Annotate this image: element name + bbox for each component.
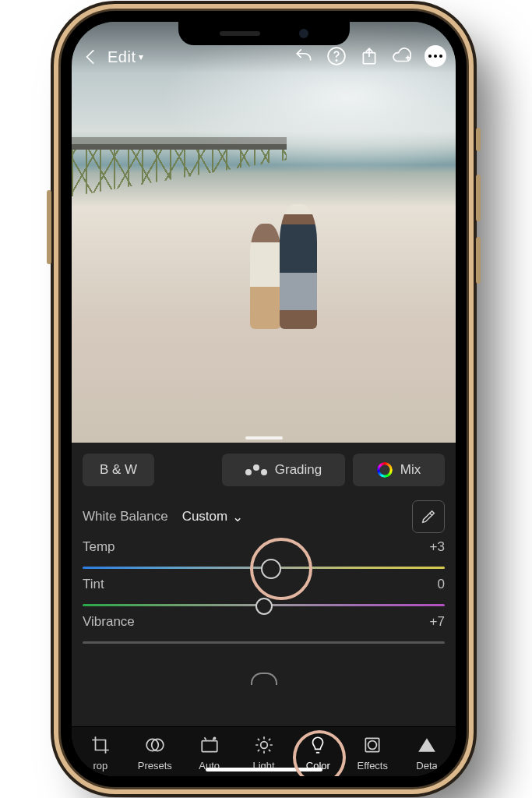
slider-tint[interactable]: Tint 0: [72, 575, 456, 613]
cloud-sync-button[interactable]: [392, 46, 412, 66]
svg-point-9: [368, 741, 377, 750]
slider-vibrance[interactable]: Vibrance +7: [72, 613, 456, 650]
presets-icon: [145, 735, 165, 755]
photo-preview[interactable]: [72, 22, 456, 443]
tool-presets[interactable]: Presets: [128, 735, 182, 772]
tab-bw[interactable]: B & W: [83, 454, 154, 486]
crop-icon: [90, 735, 111, 755]
screen: Edit ▾: [72, 22, 456, 776]
detail-icon: [417, 735, 437, 755]
effects-icon: [362, 735, 382, 755]
subjects: [247, 196, 317, 329]
svg-point-1: [336, 60, 336, 61]
notch: [178, 22, 350, 45]
wb-dropdown[interactable]: Custom ⌄: [182, 509, 244, 525]
pier-graphic: [72, 144, 287, 203]
color-subtabs: B & W Grading Mix: [72, 443, 456, 494]
panel-handle[interactable]: [245, 436, 283, 440]
tint-knob[interactable]: [255, 598, 273, 615]
tool-effects[interactable]: Effects: [345, 735, 400, 772]
grading-icon: [245, 464, 267, 475]
svg-point-7: [260, 742, 267, 749]
light-icon: [254, 735, 274, 755]
auto-icon: [199, 735, 220, 755]
slider-temp[interactable]: Temp +3: [72, 538, 456, 575]
tool-color[interactable]: Color: [291, 735, 345, 772]
svg-rect-5: [202, 741, 217, 752]
volume-down-button: [476, 237, 481, 284]
temp-value: +3: [430, 539, 445, 555]
color-icon: [308, 735, 328, 755]
vibrance-value: +7: [430, 614, 445, 630]
wb-label: White Balance: [83, 509, 168, 524]
svg-marker-10: [418, 738, 435, 751]
share-button[interactable]: [359, 46, 379, 66]
undo-button[interactable]: [294, 46, 314, 66]
tab-grading-label: Grading: [275, 462, 322, 478]
silence-switch: [476, 128, 481, 151]
tool-crop[interactable]: rop: [73, 735, 128, 772]
back-button[interactable]: [81, 47, 101, 67]
power-button: [47, 190, 51, 264]
vibrance-label: Vibrance: [83, 614, 135, 630]
chevron-down-icon: ⌄: [232, 509, 243, 525]
tab-mix[interactable]: Mix: [353, 454, 445, 486]
tool-detail[interactable]: Deta: [400, 735, 454, 772]
tab-grading[interactable]: Grading: [222, 454, 345, 486]
more-button[interactable]: [425, 45, 446, 67]
temp-label: Temp: [83, 539, 115, 555]
eyedropper-button[interactable]: [412, 500, 445, 533]
tool-auto[interactable]: Auto: [182, 735, 237, 772]
tab-mix-label: Mix: [400, 462, 421, 478]
help-button[interactable]: [326, 46, 347, 66]
adjust-panel: B & W Grading Mix White Balance Custom: [72, 443, 456, 776]
tool-light[interactable]: Light: [237, 735, 291, 772]
volume-up-button: [476, 175, 481, 221]
phone-frame: Edit ▾: [61, 11, 467, 787]
tint-value: 0: [438, 577, 445, 592]
expand-panel-arc[interactable]: [251, 673, 277, 685]
wb-value: Custom: [182, 509, 228, 524]
edit-menu[interactable]: Edit ▾: [107, 48, 144, 66]
chevron-down-icon: ▾: [139, 51, 144, 62]
white-balance-row: White Balance Custom ⌄: [72, 494, 456, 538]
color-wheel-icon: [377, 462, 393, 478]
edit-label: Edit: [107, 48, 136, 66]
temp-knob[interactable]: [261, 559, 281, 579]
home-indicator[interactable]: [206, 768, 322, 772]
tint-label: Tint: [83, 577, 104, 592]
